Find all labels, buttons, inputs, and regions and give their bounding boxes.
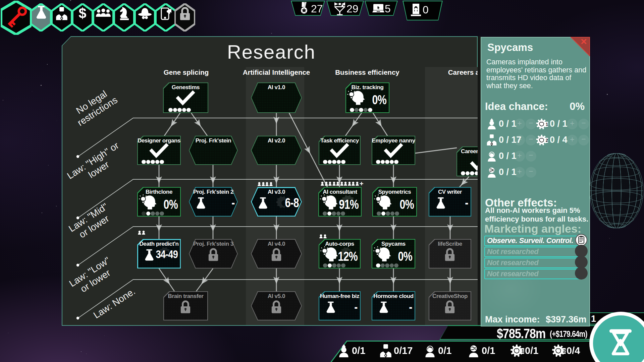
svg-text:1: 1 bbox=[522, 348, 524, 354]
svg-text:2: 2 bbox=[546, 138, 548, 143]
svg-text:1: 1 bbox=[546, 122, 548, 127]
svg-text:2: 2 bbox=[563, 348, 566, 354]
svg-text:$: $ bbox=[78, 5, 86, 21]
